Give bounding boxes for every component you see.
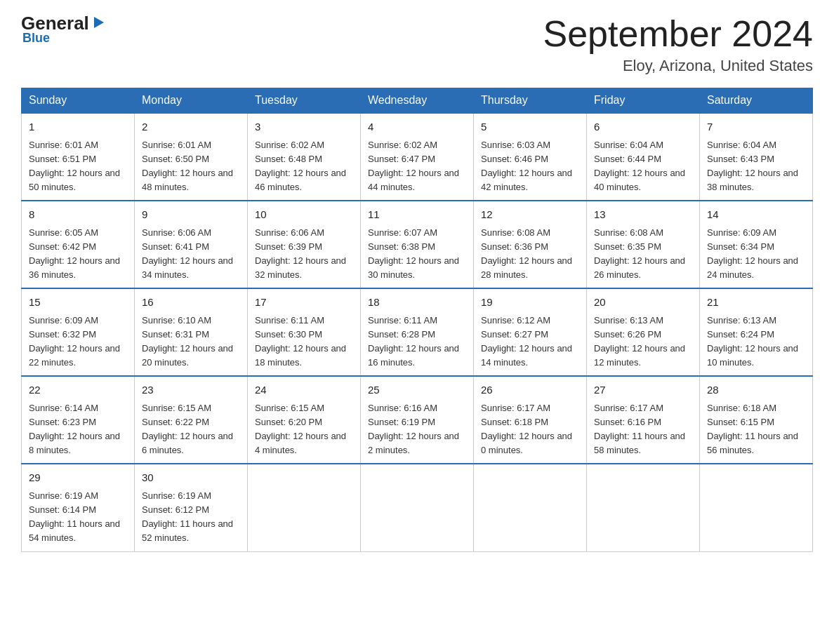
header-friday: Friday	[587, 88, 700, 114]
day-number: 2	[142, 119, 240, 135]
day-number: 29	[29, 470, 127, 486]
calendar-day-2: 2Sunrise: 6:01 AMSunset: 6:50 PMDaylight…	[135, 113, 248, 201]
day-number: 30	[142, 470, 240, 486]
calendar-day-15: 15Sunrise: 6:09 AMSunset: 6:32 PMDayligh…	[22, 288, 135, 376]
day-number: 18	[368, 295, 466, 311]
calendar-day-empty	[361, 464, 474, 551]
day-number: 21	[707, 295, 805, 311]
day-number: 9	[142, 207, 240, 223]
calendar-week-5: 29Sunrise: 6:19 AMSunset: 6:14 PMDayligh…	[22, 464, 813, 551]
day-info: Sunrise: 6:14 AMSunset: 6:23 PMDaylight:…	[29, 401, 127, 458]
day-number: 6	[594, 119, 692, 135]
day-info: Sunrise: 6:02 AMSunset: 6:47 PMDaylight:…	[368, 138, 466, 195]
day-number: 20	[594, 295, 692, 311]
day-number: 8	[29, 207, 127, 223]
day-info: Sunrise: 6:18 AMSunset: 6:15 PMDaylight:…	[707, 401, 805, 458]
day-info: Sunrise: 6:09 AMSunset: 6:34 PMDaylight:…	[707, 226, 805, 283]
day-info: Sunrise: 6:07 AMSunset: 6:38 PMDaylight:…	[368, 226, 466, 283]
day-info: Sunrise: 6:12 AMSunset: 6:27 PMDaylight:…	[481, 314, 579, 370]
day-number: 11	[368, 207, 466, 223]
calendar-day-10: 10Sunrise: 6:06 AMSunset: 6:39 PMDayligh…	[248, 201, 361, 288]
calendar-day-empty	[587, 464, 700, 551]
calendar-week-4: 22Sunrise: 6:14 AMSunset: 6:23 PMDayligh…	[22, 376, 813, 464]
day-number: 17	[255, 295, 353, 311]
calendar-day-5: 5Sunrise: 6:03 AMSunset: 6:46 PMDaylight…	[474, 113, 587, 201]
day-info: Sunrise: 6:13 AMSunset: 6:24 PMDaylight:…	[707, 314, 805, 370]
day-number: 13	[594, 207, 692, 223]
calendar-day-4: 4Sunrise: 6:02 AMSunset: 6:47 PMDaylight…	[361, 113, 474, 201]
header-tuesday: Tuesday	[248, 88, 361, 114]
calendar-day-26: 26Sunrise: 6:17 AMSunset: 6:18 PMDayligh…	[474, 376, 587, 464]
calendar-day-28: 28Sunrise: 6:18 AMSunset: 6:15 PMDayligh…	[700, 376, 813, 464]
day-number: 15	[29, 295, 127, 311]
calendar-day-1: 1Sunrise: 6:01 AMSunset: 6:51 PMDaylight…	[22, 113, 135, 201]
calendar-day-24: 24Sunrise: 6:15 AMSunset: 6:20 PMDayligh…	[248, 376, 361, 464]
day-info: Sunrise: 6:17 AMSunset: 6:16 PMDaylight:…	[594, 401, 692, 458]
day-number: 12	[481, 207, 579, 223]
calendar-day-21: 21Sunrise: 6:13 AMSunset: 6:24 PMDayligh…	[700, 288, 813, 376]
day-number: 4	[368, 119, 466, 135]
logo: General Blue	[21, 14, 107, 46]
logo-arrow-group	[89, 16, 107, 30]
day-number: 5	[481, 119, 579, 135]
calendar-day-19: 19Sunrise: 6:12 AMSunset: 6:27 PMDayligh…	[474, 288, 587, 376]
calendar-day-20: 20Sunrise: 6:13 AMSunset: 6:26 PMDayligh…	[587, 288, 700, 376]
day-info: Sunrise: 6:17 AMSunset: 6:18 PMDaylight:…	[481, 401, 579, 458]
calendar-day-23: 23Sunrise: 6:15 AMSunset: 6:22 PMDayligh…	[135, 376, 248, 464]
day-number: 24	[255, 382, 353, 398]
calendar-week-2: 8Sunrise: 6:05 AMSunset: 6:42 PMDaylight…	[22, 201, 813, 288]
day-info: Sunrise: 6:08 AMSunset: 6:35 PMDaylight:…	[594, 226, 692, 283]
day-info: Sunrise: 6:06 AMSunset: 6:41 PMDaylight:…	[142, 226, 240, 283]
page-header: General Blue September 2024 Eloy, Arizon…	[21, 14, 813, 75]
header-sunday: Sunday	[22, 88, 135, 114]
day-number: 28	[707, 382, 805, 398]
location-subtitle: Eloy, Arizona, United States	[543, 57, 814, 75]
day-number: 22	[29, 382, 127, 398]
day-number: 26	[481, 382, 579, 398]
day-info: Sunrise: 6:15 AMSunset: 6:20 PMDaylight:…	[255, 401, 353, 458]
calendar-day-empty	[474, 464, 587, 551]
day-info: Sunrise: 6:13 AMSunset: 6:26 PMDaylight:…	[594, 314, 692, 370]
day-info: Sunrise: 6:08 AMSunset: 6:36 PMDaylight:…	[481, 226, 579, 283]
header-saturday: Saturday	[700, 88, 813, 114]
day-info: Sunrise: 6:05 AMSunset: 6:42 PMDaylight:…	[29, 226, 127, 283]
day-info: Sunrise: 6:01 AMSunset: 6:51 PMDaylight:…	[29, 138, 127, 195]
calendar-day-27: 27Sunrise: 6:17 AMSunset: 6:16 PMDayligh…	[587, 376, 700, 464]
calendar-day-3: 3Sunrise: 6:02 AMSunset: 6:48 PMDaylight…	[248, 113, 361, 201]
calendar-week-1: 1Sunrise: 6:01 AMSunset: 6:51 PMDaylight…	[22, 113, 813, 201]
header-thursday: Thursday	[474, 88, 587, 114]
calendar-day-22: 22Sunrise: 6:14 AMSunset: 6:23 PMDayligh…	[22, 376, 135, 464]
calendar-day-13: 13Sunrise: 6:08 AMSunset: 6:35 PMDayligh…	[587, 201, 700, 288]
calendar-day-empty	[700, 464, 813, 551]
day-info: Sunrise: 6:15 AMSunset: 6:22 PMDaylight:…	[142, 401, 240, 458]
day-info: Sunrise: 6:09 AMSunset: 6:32 PMDaylight:…	[29, 314, 127, 370]
calendar-header-row: Sunday Monday Tuesday Wednesday Thursday…	[22, 88, 813, 114]
day-info: Sunrise: 6:06 AMSunset: 6:39 PMDaylight:…	[255, 226, 353, 283]
day-info: Sunrise: 6:16 AMSunset: 6:19 PMDaylight:…	[368, 401, 466, 458]
day-number: 10	[255, 207, 353, 223]
header-monday: Monday	[135, 88, 248, 114]
day-info: Sunrise: 6:19 AMSunset: 6:12 PMDaylight:…	[142, 489, 240, 546]
header-wednesday: Wednesday	[361, 88, 474, 114]
calendar-day-7: 7Sunrise: 6:04 AMSunset: 6:43 PMDaylight…	[700, 113, 813, 201]
month-year-title: September 2024	[543, 14, 814, 54]
logo-blue: Blue	[22, 31, 50, 46]
calendar-day-12: 12Sunrise: 6:08 AMSunset: 6:36 PMDayligh…	[474, 201, 587, 288]
calendar-day-16: 16Sunrise: 6:10 AMSunset: 6:31 PMDayligh…	[135, 288, 248, 376]
day-info: Sunrise: 6:03 AMSunset: 6:46 PMDaylight:…	[481, 138, 579, 195]
calendar-day-17: 17Sunrise: 6:11 AMSunset: 6:30 PMDayligh…	[248, 288, 361, 376]
calendar-day-29: 29Sunrise: 6:19 AMSunset: 6:14 PMDayligh…	[22, 464, 135, 551]
day-info: Sunrise: 6:11 AMSunset: 6:30 PMDaylight:…	[255, 314, 353, 370]
calendar-day-11: 11Sunrise: 6:07 AMSunset: 6:38 PMDayligh…	[361, 201, 474, 288]
calendar-day-8: 8Sunrise: 6:05 AMSunset: 6:42 PMDaylight…	[22, 201, 135, 288]
calendar-table: Sunday Monday Tuesday Wednesday Thursday…	[21, 88, 813, 551]
calendar-day-25: 25Sunrise: 6:16 AMSunset: 6:19 PMDayligh…	[361, 376, 474, 464]
day-info: Sunrise: 6:04 AMSunset: 6:44 PMDaylight:…	[594, 138, 692, 195]
calendar-day-30: 30Sunrise: 6:19 AMSunset: 6:12 PMDayligh…	[135, 464, 248, 551]
calendar-day-6: 6Sunrise: 6:04 AMSunset: 6:44 PMDaylight…	[587, 113, 700, 201]
calendar-day-14: 14Sunrise: 6:09 AMSunset: 6:34 PMDayligh…	[700, 201, 813, 288]
day-info: Sunrise: 6:02 AMSunset: 6:48 PMDaylight:…	[255, 138, 353, 195]
day-number: 7	[707, 119, 805, 135]
title-area: September 2024 Eloy, Arizona, United Sta…	[543, 14, 814, 75]
calendar-day-empty	[248, 464, 361, 551]
